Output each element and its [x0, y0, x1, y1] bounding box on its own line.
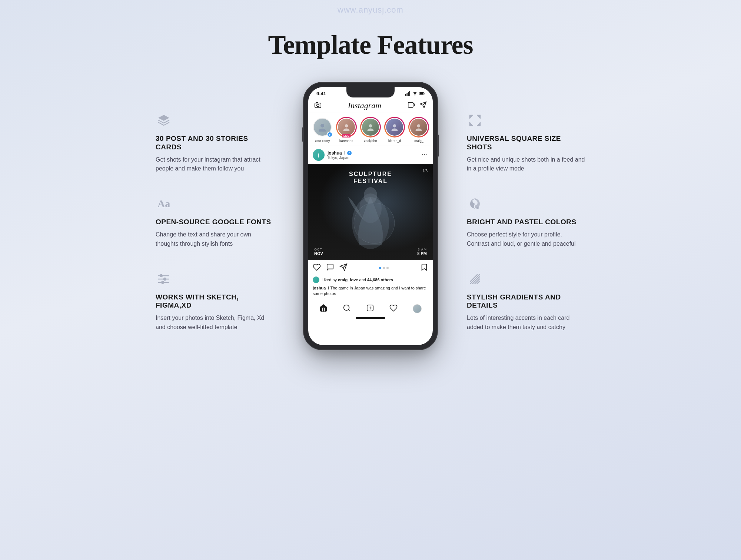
post-image-title: SCULPTURE FESTIVAL — [308, 170, 433, 185]
comment-button[interactable] — [326, 263, 334, 273]
share-button[interactable] — [339, 263, 348, 273]
svg-point-31 — [354, 203, 395, 243]
story-label-craig: craig_ — [414, 139, 423, 143]
svg-rect-18 — [316, 102, 318, 103]
igtv-icon[interactable] — [408, 101, 415, 110]
feature-desc-gradients: Lots of interesting accents in each card… — [467, 314, 585, 332]
post-actions — [308, 260, 433, 276]
svg-marker-0 — [158, 115, 169, 121]
svg-point-25 — [369, 124, 372, 127]
status-time: 9:41 — [316, 91, 326, 96]
post-image: SCULPTURE FESTIVAL 1/3 OCT NOV 8 AM 8 — [308, 164, 433, 260]
svg-rect-10 — [408, 92, 409, 96]
post-location: Tokyo, Japan — [328, 156, 352, 160]
svg-point-7 — [162, 281, 164, 284]
feature-desc-posts: Get shots for your Instagram that attrac… — [156, 155, 274, 174]
svg-point-30 — [364, 187, 377, 203]
watermark: www.anyusj.com — [338, 5, 403, 15]
gradient-icon — [467, 271, 483, 287]
post-avatar: j — [313, 149, 325, 161]
svg-point-24 — [345, 124, 348, 127]
nav-add[interactable] — [366, 304, 374, 314]
feature-title-shots: UNIVERSAL SQUARE SIZE SHOTS — [467, 135, 585, 152]
bookmark-button[interactable] — [420, 263, 428, 273]
nav-home[interactable] — [319, 304, 328, 314]
right-features: UNIVERSAL SQUARE SIZE SHOTS Get nice and… — [445, 83, 585, 332]
feature-colors: BRIGHT AND PASTEL COLORS Choose perfect … — [467, 196, 585, 248]
svg-point-6 — [164, 278, 166, 280]
feature-title-fonts: OPEN-SOURCE GOOGLE FONTS — [156, 218, 274, 226]
left-features: 30 POST AND 30 STORIES CARDS Get shots f… — [156, 83, 296, 332]
post-more-icon[interactable]: ··· — [422, 152, 428, 158]
sculpture-title-line1: SCULPTURE — [308, 170, 433, 178]
phone-mockup: 9:41 — [304, 83, 437, 349]
post-image-dates: OCT NOV 8 AM 8 PM — [308, 248, 433, 256]
svg-point-34 — [344, 305, 349, 311]
svg-rect-15 — [424, 93, 424, 95]
story-label-kieron-d: kieron_d — [388, 139, 401, 143]
instagram-header: Instagram — [308, 98, 433, 113]
phone-notch — [346, 87, 395, 97]
feature-desc-tools: Insert your photos into Sketch, Figma, X… — [156, 314, 274, 332]
svg-rect-14 — [420, 93, 423, 95]
like-button[interactable] — [313, 263, 321, 273]
story-label-zackjohn: zackjohn — [364, 139, 377, 143]
svg-point-17 — [317, 104, 319, 107]
feature-desc-colors: Choose perfect style for your profile. C… — [467, 230, 585, 249]
feature-title-posts: 30 POST AND 30 STORIES CARDS — [156, 135, 274, 152]
post-caption: joshua_l The game in Japan was amazing a… — [308, 285, 433, 300]
dot-2 — [383, 267, 385, 269]
svg-rect-16 — [315, 103, 321, 108]
story-zackjohn[interactable]: zackjohn — [360, 117, 381, 143]
post-user-info[interactable]: j joshua_l Tokyo, Japan — [313, 149, 352, 161]
svg-rect-19 — [408, 102, 413, 107]
caption-text: The game in Japan was amazing and I want… — [313, 286, 426, 296]
add-story-button[interactable]: + — [327, 132, 333, 137]
svg-point-12 — [415, 94, 416, 95]
wifi-icon — [412, 91, 418, 96]
battery-icon — [419, 91, 425, 96]
dot-1 — [379, 267, 381, 269]
post-actions-left — [313, 263, 348, 273]
post-likes: Liked by craig_love and 44,686 others — [308, 276, 433, 285]
svg-point-27 — [417, 124, 421, 127]
feature-title-tools: WORKS WITH SKETCH, FIGMA,XD — [156, 293, 274, 310]
nav-profile[interactable] — [413, 304, 422, 313]
send-icon[interactable] — [419, 101, 427, 110]
signal-icon — [405, 91, 411, 96]
date-right-value: 8 PM — [417, 251, 427, 256]
likes-text: Liked by craig_love and 44,686 others — [322, 278, 393, 282]
instagram-logo: Instagram — [348, 101, 381, 110]
svg-line-35 — [348, 309, 350, 311]
post-image-counter: 1/3 — [422, 169, 428, 173]
camera-icon[interactable] — [314, 101, 322, 110]
svg-rect-20 — [413, 104, 414, 106]
sculpture-title-line2: FESTIVAL — [308, 178, 433, 185]
post-username: joshua_l — [328, 150, 346, 156]
date-right-label: 8 AM — [417, 248, 427, 251]
story-kieron-d[interactable]: kieron_d — [385, 117, 405, 143]
post-header: j joshua_l Tokyo, Japan ··· — [308, 146, 433, 164]
story-craig[interactable]: craig_ — [409, 117, 429, 143]
svg-point-39 — [476, 207, 479, 209]
svg-rect-11 — [409, 91, 411, 96]
feature-title-gradients: STYLISH GRADIENTS AND DETAILS — [467, 293, 585, 310]
caption-username: joshua_l — [313, 286, 329, 290]
feature-desc-fonts: Change the text and share your own thoug… — [156, 230, 274, 249]
date-left-value: NOV — [314, 251, 323, 256]
instagram-header-actions — [408, 101, 427, 110]
feature-gradients: STYLISH GRADIENTS AND DETAILS Lots of in… — [467, 271, 585, 332]
sliders-icon — [156, 271, 172, 287]
stories-row: + Your Story — [308, 113, 433, 146]
feature-square-shots: UNIVERSAL SQUARE SIZE SHOTS Get nice and… — [467, 112, 585, 173]
main-content: 30 POST AND 30 STORIES CARDS Get shots f… — [0, 83, 741, 349]
story-your[interactable]: + Your Story — [312, 117, 332, 143]
story-karennne[interactable]: LIVE karennne — [336, 117, 356, 143]
nav-activity[interactable] — [389, 304, 398, 314]
nav-search[interactable] — [343, 304, 351, 314]
layers-icon — [156, 112, 172, 129]
feature-tools: WORKS WITH SKETCH, FIGMA,XD Insert your … — [156, 271, 274, 332]
feature-desc-shots: Get nice and unique shots both in a feed… — [467, 155, 585, 174]
carousel-dots — [379, 267, 389, 269]
svg-point-23 — [320, 124, 324, 127]
